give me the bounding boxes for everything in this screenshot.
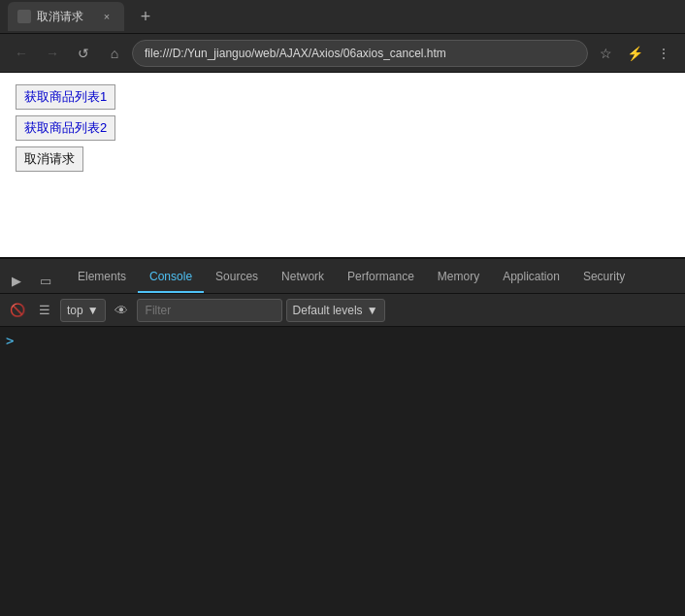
tab-network[interactable]: Network [270, 262, 336, 293]
btn-get-list1[interactable]: 获取商品列表1 [16, 84, 115, 110]
tab-memory[interactable]: Memory [426, 262, 491, 293]
title-bar: 取消请求 × + [0, 0, 685, 34]
menu-button[interactable]: ⋮ [650, 40, 677, 67]
tab-elements[interactable]: Elements [66, 262, 138, 293]
address-bar[interactable]: file:///D:/Yun_jianguo/web/AJAX/Axios/06… [132, 40, 588, 67]
devtools-tab-bar: ▶ ▭ Elements Console Sources Network Per… [0, 259, 685, 294]
address-text: file:///D:/Yun_jianguo/web/AJAX/Axios/06… [145, 47, 575, 60]
tab-close-button[interactable]: × [99, 9, 114, 24]
btn-get-list2[interactable]: 获取商品列表2 [16, 115, 115, 141]
tab-application[interactable]: Application [491, 262, 571, 293]
refresh-button[interactable]: ↺ [70, 40, 97, 67]
page-content: 获取商品列表1 获取商品列表2 取消请求 [0, 73, 685, 257]
context-selector[interactable]: top ▼ [60, 299, 106, 322]
context-dropdown-icon: ▼ [87, 304, 99, 317]
browser-window: 取消请求 × + ← → ↺ ⌂ file:///D:/Yun_jianguo/… [0, 0, 685, 616]
levels-selector[interactable]: Default levels ▼ [286, 299, 385, 322]
device-toolbar-icon[interactable]: ▭ [33, 268, 58, 293]
devtools-left-icons: ▶ ▭ [4, 268, 58, 293]
browser-tab[interactable]: 取消请求 × [8, 2, 124, 31]
nav-right-buttons: ☆ ⚡ ⋮ [592, 40, 677, 67]
tab-favicon [17, 10, 31, 23]
context-value: top [67, 304, 83, 317]
tab-security[interactable]: Security [571, 262, 636, 293]
tab-title: 取消请求 [37, 9, 83, 25]
prompt-symbol: > [6, 333, 14, 348]
clear-console-button[interactable]: 🚫 [6, 299, 29, 322]
tab-sources[interactable]: Sources [204, 262, 270, 293]
levels-dropdown-icon: ▼ [367, 304, 378, 317]
inspect-element-icon[interactable]: ▶ [4, 268, 29, 293]
filter-input[interactable] [137, 299, 282, 322]
bookmark-button[interactable]: ☆ [592, 40, 619, 67]
new-tab-button[interactable]: + [132, 3, 159, 30]
extensions-button[interactable]: ⚡ [621, 40, 648, 67]
console-prompt-line: > [6, 331, 679, 350]
eye-button[interactable]: 👁 [110, 299, 133, 322]
devtools-panel: ▶ ▭ Elements Console Sources Network Per… [0, 257, 685, 616]
tab-console[interactable]: Console [138, 262, 204, 293]
console-toolbar: 🚫 ☰ top ▼ 👁 Default levels ▼ [0, 294, 685, 327]
btn-cancel[interactable]: 取消请求 [16, 146, 83, 172]
back-button[interactable]: ← [8, 40, 35, 67]
home-button[interactable]: ⌂ [101, 40, 128, 67]
tab-performance[interactable]: Performance [336, 262, 426, 293]
filter-toggle-button[interactable]: ☰ [33, 299, 56, 322]
console-output: > [0, 327, 685, 616]
forward-button[interactable]: → [39, 40, 66, 67]
nav-bar: ← → ↺ ⌂ file:///D:/Yun_jianguo/web/AJAX/… [0, 34, 685, 73]
levels-label: Default levels [293, 304, 363, 317]
